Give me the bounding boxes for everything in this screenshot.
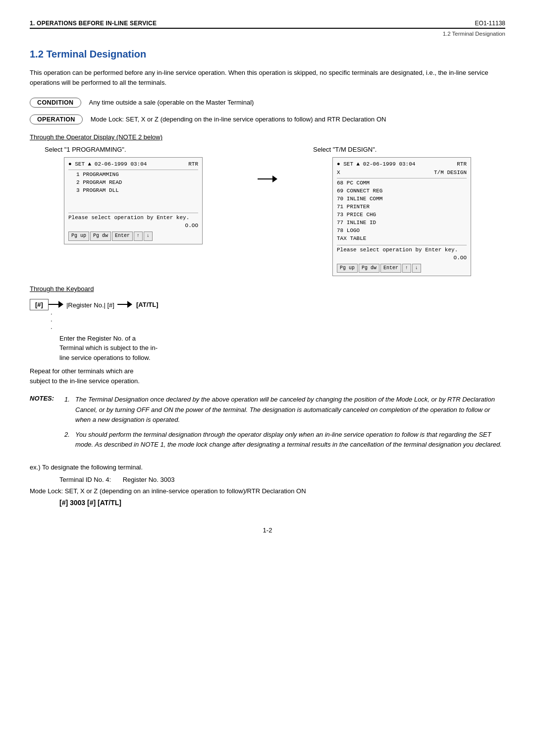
terminal-left-content: 1 PROGRAMMING 2 PROGRAM READ 3 PROGRAM D… xyxy=(68,171,198,211)
terminal-left-amount: O.OO xyxy=(68,222,198,230)
terminal-right-item-6: 77 INLINE ID xyxy=(337,219,467,227)
flow-at-tl-label: [AT/TL] xyxy=(132,299,162,310)
arrowhead-icon-3 xyxy=(127,301,132,308)
dot1: · xyxy=(51,310,53,317)
terminal-box-left: ● SET ▲ 02-06-1999 03:04 RTR 1 PROGRAMMI… xyxy=(64,157,203,244)
section-title: 1.2 Terminal Designation xyxy=(30,49,505,60)
arrowhead-icon xyxy=(272,175,277,182)
terminal-right-item-2: 69 CONNECT REG xyxy=(337,187,467,195)
terminal-right-rtr: RTR xyxy=(457,161,467,169)
display-right-col: Select "T/M DESIGN". ● SET ▲ 02-06-1999 … xyxy=(298,146,505,276)
notes-label: NOTES: xyxy=(30,395,59,455)
terminal-right-amount: O.OO xyxy=(337,254,467,262)
btn-down-right[interactable]: ↓ xyxy=(412,264,421,273)
operation-text: Mode Lock: SET, X or Z (depending on the… xyxy=(91,115,505,124)
terminal-right-tm-design: T/M DESIGN xyxy=(434,169,467,177)
flow-hash1-box: [#] xyxy=(30,299,49,310)
condition-badge: CONDITION xyxy=(30,98,81,108)
ex-register: Register No. 3003 xyxy=(123,476,175,483)
note-2-text: You should perform the terminal designat… xyxy=(75,430,505,450)
flow-register-label: |Register No.| [#] xyxy=(63,300,117,310)
btn-enter-left[interactable]: Enter xyxy=(112,232,133,241)
terminal-right-content: 68 PC COMM 69 CONNECT REG 70 INLINE COMM… xyxy=(337,179,467,243)
note-2: 2. You should perform the terminal desig… xyxy=(64,430,505,450)
arrow-col xyxy=(253,175,282,182)
operation-row: OPERATION Mode Lock: SET, X or Z (depend… xyxy=(30,115,505,124)
note-2-num: 2. xyxy=(64,430,72,450)
flow-note: Enter the Register No. of a Terminal whi… xyxy=(59,334,505,363)
note-1-text: The Terminal Designation once declared b… xyxy=(75,395,505,424)
ex-section: ex.) To designate the following terminal… xyxy=(30,464,505,507)
condition-text: Any time outside a sale (operable on the… xyxy=(89,98,505,108)
btn-pgdw-right[interactable]: Pg dw xyxy=(359,264,379,273)
dot2: · xyxy=(51,317,53,324)
display-left-col: Select "1 PROGRAMMING". ● SET ▲ 02-06-19… xyxy=(30,146,237,244)
flow-note-line-1: Enter the Register No. of a xyxy=(59,334,505,344)
btn-pgup-left[interactable]: Pg up xyxy=(68,232,89,241)
keyboard-label: Through the Keyboard xyxy=(30,285,505,292)
flow-note-line-3: line service operations to follow. xyxy=(59,353,505,363)
terminal-right-buttons: Pg up Pg dw Enter ↑ ↓ xyxy=(337,264,467,273)
arrowhead-icon-2 xyxy=(58,301,63,308)
terminal-left-header: ● SET ▲ 02-06-1999 03:04 RTR xyxy=(68,161,198,169)
flow-top-row: [#] |Register No.| [#] [AT/TL] xyxy=(30,298,162,310)
arrow-line-2 xyxy=(117,304,127,305)
terminal-right-item-4: 71 PRINTER xyxy=(337,203,467,211)
center-arrow xyxy=(258,175,277,182)
terminal-left-rtr: RTR xyxy=(188,161,198,169)
repeat-note-line-2: subject to the in-line service operation… xyxy=(30,376,505,386)
select-right-label: Select "T/M DESIGN". xyxy=(298,146,376,153)
terminal-right-footer-text: Please select operation by Enter key. xyxy=(337,246,467,254)
terminal-right-line1: ● SET ▲ 02-06-1999 03:04 xyxy=(337,161,415,169)
header-section-title: 1. OPERATIONS BEFORE IN-LINE SERVICE xyxy=(30,20,157,27)
flow-left: [#] |Register No.| [#] [AT/TL] xyxy=(30,298,162,332)
note-1: 1. The Terminal Designation once declare… xyxy=(64,395,505,424)
flow-arrow-1 xyxy=(49,301,63,308)
page-number: 1-2 xyxy=(30,526,505,534)
btn-pgdw-left[interactable]: Pg dw xyxy=(90,232,111,241)
intro-text: This operation can be performed before a… xyxy=(30,68,505,88)
btn-pgup-right[interactable]: Pg up xyxy=(337,264,358,273)
operator-display-label: Through the Operator Display (NOTE 2 bel… xyxy=(30,133,505,141)
repeat-note: Repeat for other terminals which are sub… xyxy=(30,366,505,386)
terminal-left-divider xyxy=(68,170,198,170)
displays-row: Select "1 PROGRAMMING". ● SET ▲ 02-06-19… xyxy=(30,146,505,276)
btn-down-left[interactable]: ↓ xyxy=(144,232,153,241)
terminal-right-item-3: 70 INLINE COMM xyxy=(337,195,467,203)
ex-terminal-id-label: Terminal ID No. 4: xyxy=(59,476,111,483)
terminal-right-item-7: 78 LOGO xyxy=(337,227,467,235)
terminal-right-header: ● SET ▲ 02-06-1999 03:04 RTR xyxy=(337,161,467,169)
flow-arrow-2 xyxy=(117,301,132,308)
note-1-num: 1. xyxy=(64,395,72,424)
terminal-left-buttons: Pg up Pg dw Enter ↑ ↓ xyxy=(68,232,198,241)
ex-command: [#] 3003 [#] [AT/TL] xyxy=(59,499,505,507)
repeat-note-line-1: Repeat for other terminals which are xyxy=(30,366,505,376)
ex-mode-lock: Mode Lock: SET, X or Z (depending on an … xyxy=(30,487,505,495)
terminal-right-item-1: 68 PC COMM xyxy=(337,179,467,187)
section-num: 1.2 xyxy=(30,49,44,59)
btn-up-left[interactable]: ↑ xyxy=(134,232,143,241)
flow-dots: · · · xyxy=(51,310,53,332)
btn-up-right[interactable]: ↑ xyxy=(402,264,411,273)
terminal-left-item-1: 1 PROGRAMMING xyxy=(68,171,198,179)
terminal-right-item-8: TAX TABLE xyxy=(337,235,467,243)
header-doc-number: EO1-11138 xyxy=(475,20,505,27)
btn-enter-right[interactable]: Enter xyxy=(380,264,401,273)
terminal-left-footer-text: Please select operation by Enter key. xyxy=(68,214,198,222)
notes-section: NOTES: 1. The Terminal Designation once … xyxy=(30,395,505,455)
keyboard-section: Through the Keyboard [#] |Register No.| … xyxy=(30,285,505,386)
ex-intro: ex.) To designate the following terminal… xyxy=(30,464,505,471)
dot3: · xyxy=(51,325,53,332)
select-left-label: Select "1 PROGRAMMING". xyxy=(30,146,126,153)
terminal-left-footer: Please select operation by Enter key. O.… xyxy=(68,213,198,230)
ex-terminal-id: Terminal ID No. 4: Register No. 3003 xyxy=(59,476,505,483)
flow-diagram: [#] |Register No.| [#] [AT/TL] xyxy=(30,298,505,332)
terminal-right-x: X xyxy=(337,169,340,177)
terminal-left-item-3: 3 PROGRAM DLL xyxy=(68,187,198,195)
page: 1. OPERATIONS BEFORE IN-LINE SERVICE EO1… xyxy=(0,0,535,756)
terminal-right-divider xyxy=(337,178,467,178)
operation-badge: OPERATION xyxy=(30,115,83,124)
terminal-left-line1: ● SET ▲ 02-06-1999 03:04 xyxy=(68,161,147,169)
arrow-line xyxy=(258,178,272,179)
terminal-right-footer: Please select operation by Enter key. O.… xyxy=(337,245,467,262)
